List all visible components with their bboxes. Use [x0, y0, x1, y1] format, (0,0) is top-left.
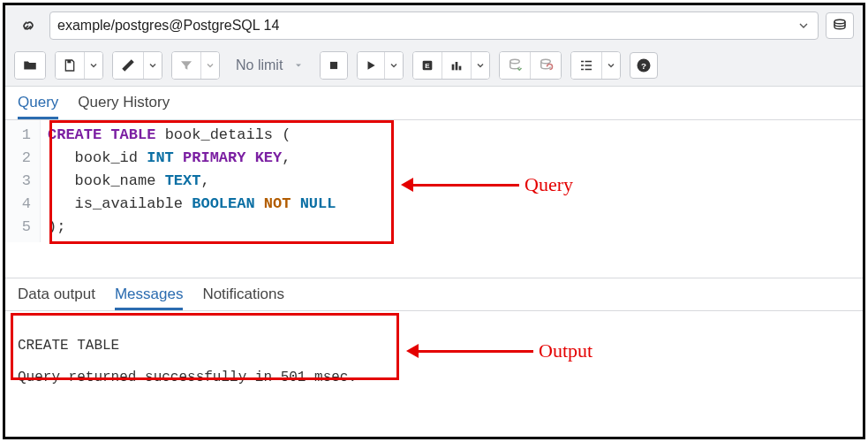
svg-rect-1	[67, 60, 71, 63]
filter-dropdown[interactable]	[201, 52, 219, 79]
sql-keyword: NULL	[300, 195, 336, 212]
line-number: 4	[9, 193, 31, 216]
tab-data-output[interactable]: Data output	[18, 286, 95, 310]
sql-keyword: TABLE	[110, 126, 155, 143]
row-limit-label: No limit	[236, 57, 283, 73]
tab-notifications[interactable]: Notifications	[202, 286, 284, 310]
sql-text: is_available	[48, 195, 192, 212]
sql-text: );	[48, 218, 65, 235]
edit-dropdown[interactable]	[144, 52, 162, 79]
annotation-label-output: Output	[539, 339, 593, 362]
sql-keyword: NOT	[264, 195, 291, 212]
connection-disconnect-icon[interactable]	[14, 12, 42, 39]
sql-text: book_name	[48, 172, 165, 189]
arrow-line	[413, 184, 519, 187]
stop-button[interactable]	[321, 52, 347, 79]
arrow-icon	[406, 344, 419, 358]
save-button[interactable]	[56, 52, 85, 79]
code-area[interactable]: CREATE TABLE book_details ( book_id INT …	[41, 120, 343, 242]
svg-rect-6	[456, 62, 458, 70]
tab-query[interactable]: Query	[18, 94, 58, 119]
sql-keyword: INT	[147, 149, 174, 166]
svg-text:E: E	[426, 62, 431, 70]
explain-dropdown[interactable]	[472, 52, 489, 79]
tab-query-history[interactable]: Query History	[78, 94, 170, 119]
sql-text: ,	[200, 172, 209, 189]
explain-button[interactable]: E	[413, 52, 442, 79]
sql-keyword: KEY	[255, 149, 283, 166]
message-line: CREATE TABLE	[18, 338, 119, 354]
line-number: 3	[9, 170, 31, 193]
sql-text: ,	[282, 149, 291, 166]
messages-panel: CREATE TABLE Query returned successfully…	[5, 311, 863, 442]
svg-rect-7	[459, 65, 462, 70]
open-file-button[interactable]	[15, 52, 45, 79]
arrow-line	[419, 350, 533, 353]
save-dropdown[interactable]	[85, 52, 102, 79]
connection-selector[interactable]: example/postgres@PostgreSQL 14	[49, 11, 819, 40]
sql-keyword: PRIMARY	[183, 149, 245, 166]
sql-text: book_id	[48, 149, 147, 166]
explain-analyze-button[interactable]	[442, 52, 472, 79]
svg-point-9	[541, 59, 551, 64]
row-limit-selector[interactable]: No limit	[229, 51, 311, 80]
rollback-button[interactable]	[531, 52, 561, 79]
commit-button[interactable]	[500, 52, 531, 79]
message-line: Query returned successfully in 501 msec.	[18, 370, 357, 385]
sql-keyword: TEXT	[165, 172, 201, 189]
sql-keyword: BOOLEAN	[192, 195, 254, 212]
macros-button[interactable]	[571, 52, 602, 79]
line-number: 1	[9, 124, 31, 147]
sql-keyword: CREATE	[48, 126, 102, 143]
svg-point-8	[510, 59, 520, 64]
line-number: 2	[9, 147, 31, 170]
execute-dropdown[interactable]	[385, 52, 403, 79]
connection-text: example/postgres@PostgreSQL 14	[57, 18, 279, 34]
svg-text:?: ?	[641, 60, 646, 70]
tab-messages[interactable]: Messages	[115, 286, 183, 310]
line-number: 5	[9, 216, 31, 239]
chevron-down-icon	[796, 19, 811, 33]
help-button[interactable]: ?	[630, 52, 658, 79]
svg-point-0	[834, 19, 845, 24]
edit-button[interactable]	[113, 52, 144, 79]
svg-rect-2	[330, 61, 337, 68]
sql-text: book_details (	[155, 126, 291, 143]
filter-button[interactable]	[172, 52, 201, 79]
execute-button[interactable]	[358, 52, 385, 79]
macros-dropdown[interactable]	[602, 52, 620, 79]
new-connection-button[interactable]	[826, 12, 854, 39]
arrow-icon	[401, 178, 413, 192]
line-gutter: 1 2 3 4 5	[5, 120, 41, 242]
annotation-label-query: Query	[525, 173, 573, 196]
svg-rect-5	[452, 64, 455, 70]
